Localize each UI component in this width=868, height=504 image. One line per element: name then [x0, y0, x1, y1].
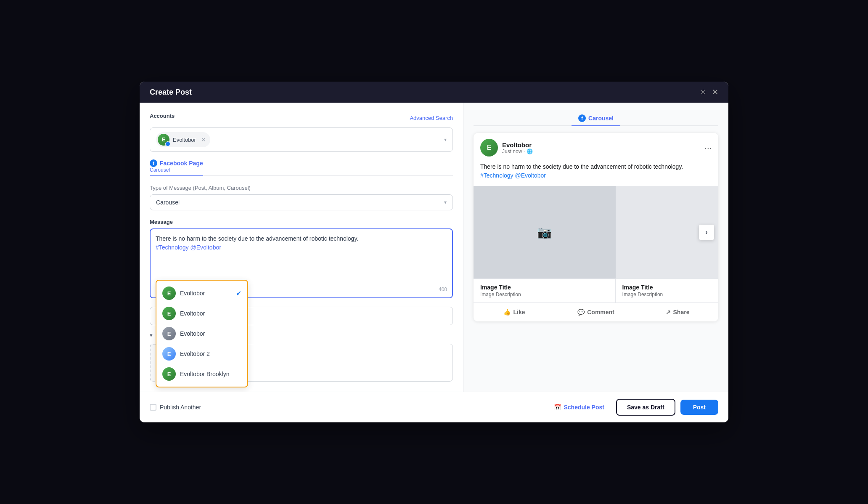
comment-label: Comment	[587, 309, 614, 316]
mention-item-5[interactable]: E Evoltobor Brooklyn	[156, 364, 247, 384]
preview-text-plain: There is no harm to the society due to t…	[480, 163, 683, 170]
comment-icon: 💬	[577, 309, 585, 316]
fb-preview-icon: f	[578, 114, 586, 122]
facebook-icon: f	[150, 159, 157, 167]
mention-item-4[interactable]: E Evoltobor 2	[156, 344, 247, 364]
chip-close[interactable]: ✕	[201, 136, 206, 143]
carousel-nav-next[interactable]: ›	[699, 225, 714, 240]
accounts-select[interactable]: E Evoltobor ✕ ▾	[150, 127, 453, 152]
platform-tab: f Facebook Page Carousel	[150, 159, 453, 176]
share-label: Share	[673, 309, 690, 316]
modal-overlay: Create Post ✳ ✕ Accounts Advanced Search…	[0, 0, 868, 504]
carousel-images-row: 📷 ›	[474, 186, 718, 279]
share-icon: ↗	[666, 309, 671, 316]
mention-name-5: Evoltobor Brooklyn	[180, 371, 230, 377]
mention-avatar-4: E	[162, 347, 176, 361]
create-post-modal: Create Post ✳ ✕ Accounts Advanced Search…	[140, 82, 728, 422]
preview-author-name: Evoltobor	[502, 141, 533, 149]
mention-name-3: Evoltobor	[180, 330, 205, 337]
avatar: E	[158, 134, 169, 146]
schedule-post-button[interactable]: 📅 Schedule Post	[547, 400, 611, 415]
account-chip-name: Evoltobor	[173, 137, 196, 143]
accounts-select-arrow: ▾	[444, 137, 447, 143]
mention-avatar-5: E	[162, 367, 176, 381]
message-textarea[interactable]: There is no harm to the society due to t…	[156, 234, 447, 285]
camera-icon: 📷	[537, 225, 552, 239]
preview-tab-label: Carousel	[588, 115, 614, 122]
mention-avatar-3: E	[162, 327, 176, 340]
mention-name-1: Evoltobor	[180, 290, 205, 297]
preview-hashtag: #Technology	[480, 172, 513, 179]
checkmark-icon: ✔	[236, 289, 241, 297]
accounts-header: Accounts Advanced Search	[150, 113, 453, 123]
schedule-post-label: Schedule Post	[564, 404, 604, 411]
mention-name-2: Evoltobor	[180, 310, 205, 317]
carousel-caption-title-1: Image Title	[480, 284, 609, 291]
share-button[interactable]: ↗ Share	[637, 305, 718, 320]
type-select-value: Carousel	[156, 199, 180, 206]
message-label: Message	[150, 219, 453, 225]
post-button[interactable]: Post	[680, 400, 718, 415]
post-preview-text: There is no harm to the society due to t…	[474, 162, 718, 186]
calendar-icon: 📅	[554, 404, 561, 411]
save-draft-button[interactable]: Save as Draft	[616, 399, 675, 416]
account-chip: E Evoltobor ✕	[156, 132, 210, 147]
like-icon: 👍	[503, 309, 511, 316]
publish-another-checkbox[interactable]	[150, 404, 156, 411]
mention-name-4: Evoltobor 2	[180, 350, 210, 357]
carousel-image-secondary: ›	[616, 186, 718, 279]
carousel-caption-title-2: Image Title	[622, 284, 712, 291]
type-select-arrow: ▾	[444, 199, 447, 205]
post-preview-author: E Evoltobor Just now · 🌐	[480, 139, 533, 157]
preview-meta: Just now · 🌐	[502, 149, 533, 154]
accounts-label: Accounts	[150, 113, 175, 119]
modal-header-actions: ✳ ✕	[700, 88, 718, 97]
type-select[interactable]: Carousel ▾	[150, 194, 453, 210]
preview-mention: @Evoltobor	[515, 172, 546, 179]
carousel-caption-1: Image Title Image Description	[474, 279, 616, 302]
carousel-caption-2: Image Title Image Description	[616, 279, 718, 302]
mention-item-2[interactable]: E Evoltobor	[156, 303, 247, 324]
right-panel: f Carousel E Evoltobor Just now ·	[463, 103, 728, 392]
like-label: Like	[513, 309, 525, 316]
publish-another-check: Publish Another	[150, 404, 201, 411]
advanced-search-link[interactable]: Advanced Search	[410, 115, 453, 121]
post-more-btn[interactable]: ···	[704, 143, 712, 152]
message-textarea-wrapper: There is no harm to the society due to t…	[150, 228, 453, 298]
comment-button[interactable]: 💬 Comment	[555, 305, 637, 320]
post-preview-author-info: Evoltobor Just now · 🌐	[502, 141, 533, 154]
globe-icon: 🌐	[527, 149, 533, 154]
modal-body: Accounts Advanced Search E Evoltobor ✕ ▾	[140, 103, 728, 392]
mention-item[interactable]: E Evoltobor ✔	[156, 283, 247, 303]
publish-another-label: Publish Another	[160, 404, 201, 411]
message-mention: @Evoltobor	[191, 244, 221, 251]
post-preview-card: E Evoltobor Just now · 🌐 ···	[474, 133, 718, 321]
left-panel: Accounts Advanced Search E Evoltobor ✕ ▾	[140, 103, 463, 392]
modal-footer: Publish Another 📅 Schedule Post Save as …	[140, 392, 728, 422]
preview-avatar: E	[480, 139, 498, 157]
mention-avatar-2: E	[162, 307, 176, 320]
mention-avatar-1: E	[162, 286, 176, 300]
mention-dropdown: E Evoltobor ✔ E Evoltobor E Evoltobor	[156, 280, 248, 387]
pin-icon[interactable]: ✳	[700, 88, 706, 97]
carousel-caption-desc-1: Image Description	[480, 292, 609, 297]
modal-header: Create Post ✳ ✕	[140, 82, 728, 103]
post-actions-row: 👍 Like 💬 Comment ↗ Share	[474, 302, 718, 321]
platform-tab-sub: Carousel	[150, 167, 170, 173]
preview-time: Just now ·	[502, 149, 525, 154]
message-section: Message There is no harm to the society …	[150, 219, 453, 298]
carousel-captions: Image Title Image Description Image Titl…	[474, 279, 718, 302]
message-text-plain: There is no harm to the society due to t…	[156, 235, 358, 242]
preview-tab-carousel[interactable]: f Carousel	[572, 111, 620, 126]
platform-tab-item-facebook[interactable]: f Facebook Page Carousel	[150, 159, 203, 176]
chevron-down-icon: ▾	[150, 332, 152, 338]
carousel-image-main: 📷	[474, 186, 616, 279]
type-section: Type of Message (Post, Album, Carousel) …	[150, 185, 453, 210]
modal-title: Create Post	[150, 88, 192, 97]
mention-item-3[interactable]: E Evoltobor	[156, 324, 247, 344]
close-icon[interactable]: ✕	[712, 88, 718, 97]
like-button[interactable]: 👍 Like	[474, 305, 555, 320]
type-label: Type of Message (Post, Album, Carousel)	[150, 185, 453, 191]
post-preview-header: E Evoltobor Just now · 🌐 ···	[474, 133, 718, 162]
platform-tab-name: Facebook Page	[160, 160, 203, 167]
